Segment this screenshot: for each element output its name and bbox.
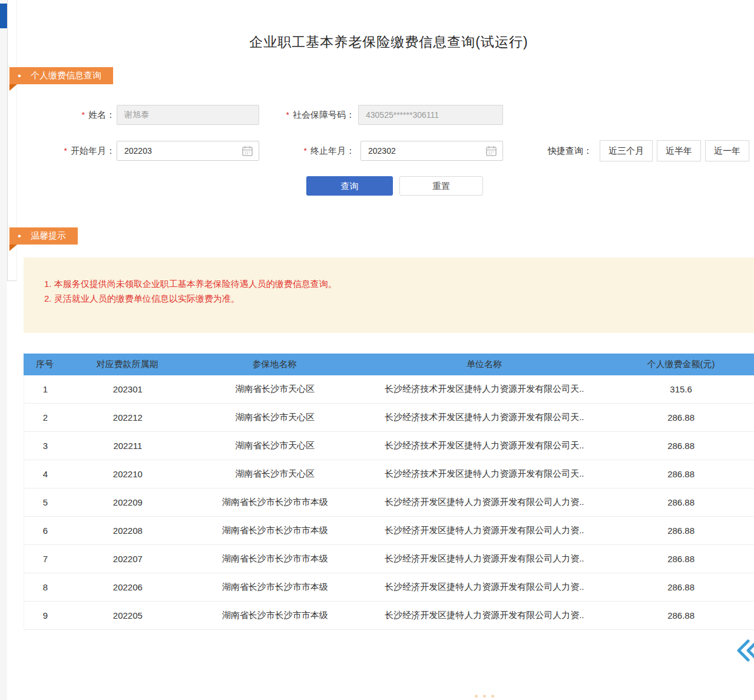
required-asterisk: * <box>304 146 307 156</box>
cell-amount: 286.88 <box>608 526 754 536</box>
end-month-label: *终止年月： <box>289 141 355 161</box>
cell-no: 7 <box>24 554 67 564</box>
start-month-label: *开始年月： <box>47 141 115 161</box>
name-label: *姓名： <box>47 105 115 125</box>
cell-area: 湖南省长沙市长沙市市本级 <box>189 582 361 593</box>
badge-fold <box>9 84 17 91</box>
table-row: 6202208湖南省长沙市长沙市市本级长沙经济开发区捷特人力资源开发有限公司人力… <box>24 517 754 545</box>
cell-area: 湖南省长沙市长沙市市本级 <box>189 610 361 621</box>
ssn-field[interactable] <box>358 105 503 125</box>
cell-company: 长沙经济开发区捷特人力资源开发有限公司人力资.. <box>361 610 609 621</box>
cell-company: 长沙经济技术开发区捷特人力资源开发有限公司天.. <box>361 468 609 480</box>
cell-no: 9 <box>24 610 67 620</box>
cell-company: 长沙经济开发区捷特人力资源开发有限公司人力资.. <box>361 525 609 536</box>
table-body: 1202301湖南省长沙市天心区长沙经济技术开发区捷特人力资源开发有限公司天..… <box>24 375 754 630</box>
table-row: 5202209湖南省长沙市长沙市市本级长沙经济开发区捷特人力资源开发有限公司人力… <box>24 488 754 517</box>
cell-amount: 315.6 <box>608 384 754 394</box>
cell-area: 湖南省长沙市长沙市市本级 <box>189 553 361 564</box>
reset-button[interactable]: 重置 <box>399 176 483 196</box>
cell-no: 3 <box>24 441 67 451</box>
cell-amount: 286.88 <box>608 441 754 451</box>
ssn-label: *社会保障号码： <box>265 105 355 125</box>
cell-period: 202206 <box>67 582 189 592</box>
results-table: 序号 对应费款所属期 参保地名称 单位名称 个人缴费金额(元) 1202301湖… <box>24 354 754 630</box>
section-badge-label: 温馨提示 <box>31 230 66 242</box>
cell-period: 202205 <box>67 610 189 620</box>
header-period: 对应费款所属期 <box>66 359 188 370</box>
cell-period: 202210 <box>67 469 189 479</box>
cell-company: 长沙经济技术开发区捷特人力资源开发有限公司天.. <box>361 440 609 451</box>
double-left-chevron-icon[interactable] <box>736 639 754 662</box>
cell-amount: 286.88 <box>608 582 754 592</box>
cell-company: 长沙经济开发区捷特人力资源开发有限公司人力资.. <box>361 497 609 508</box>
cell-area: 湖南省长沙市天心区 <box>189 440 361 451</box>
bullet-dot-icon: • <box>18 231 21 241</box>
cell-period: 202211 <box>67 441 189 451</box>
header-no: 序号 <box>24 359 66 370</box>
cell-no: 2 <box>24 412 67 422</box>
cell-period: 202212 <box>67 412 189 422</box>
cell-amount: 286.88 <box>608 610 754 620</box>
quick-btn-last-half-year[interactable]: 近半年 <box>657 140 701 161</box>
section-badge-tips: • 温馨提示 <box>9 227 78 245</box>
left-rail <box>0 0 7 700</box>
cell-no: 1 <box>24 384 67 394</box>
section-badge-personal-query: • 个人缴费信息查询 <box>9 67 113 84</box>
calendar-icon[interactable] <box>485 145 497 157</box>
table-row: 9202205湖南省长沙市长沙市市本级长沙经济开发区捷特人力资源开发有限公司人力… <box>24 602 754 630</box>
cell-period: 202207 <box>67 554 189 564</box>
table-row: 3202211湖南省长沙市天心区长沙经济技术开发区捷特人力资源开发有限公司天..… <box>24 432 754 460</box>
quick-btn-last-3-months[interactable]: 近三个月 <box>600 140 653 161</box>
header-amount: 个人缴费金额(元) <box>608 359 754 370</box>
badge-fold <box>9 245 17 251</box>
notice-line: 2. 灵活就业人员的缴费单位信息以实际缴费为准。 <box>44 291 742 306</box>
cell-area: 湖南省长沙市天心区 <box>189 384 361 395</box>
calendar-icon[interactable] <box>242 145 253 157</box>
cell-amount: 286.88 <box>608 554 754 564</box>
cell-period: 202209 <box>67 497 189 507</box>
start-month-field[interactable] <box>117 141 259 161</box>
required-asterisk: * <box>286 110 289 120</box>
cell-amount: 286.88 <box>608 469 754 479</box>
loading-dots <box>475 695 494 698</box>
header-area: 参保地名称 <box>188 359 361 370</box>
header-company: 单位名称 <box>361 359 608 370</box>
end-month-field[interactable] <box>361 141 503 161</box>
cell-no: 8 <box>24 582 67 592</box>
cell-area: 湖南省长沙市天心区 <box>189 468 361 480</box>
cell-no: 4 <box>24 469 67 479</box>
page-title: 企业职工基本养老保险缴费信息查询(试运行) <box>24 33 754 51</box>
cell-area: 湖南省长沙市天心区 <box>189 412 361 423</box>
cell-amount: 286.88 <box>608 412 754 422</box>
required-asterisk: * <box>82 110 85 120</box>
cell-amount: 286.88 <box>608 497 754 507</box>
notice-box: 1. 本服务仅提供尚未领取企业职工基本养老保险待遇人员的缴费信息查询。 2. 灵… <box>24 257 754 333</box>
cell-company: 长沙经济开发区捷特人力资源开发有限公司人力资.. <box>361 582 609 593</box>
cell-area: 湖南省长沙市长沙市市本级 <box>189 525 361 536</box>
table-header-row: 序号 对应费款所属期 参保地名称 单位名称 个人缴费金额(元) <box>24 354 754 375</box>
table-row: 1202301湖南省长沙市天心区长沙经济技术开发区捷特人力资源开发有限公司天..… <box>24 375 754 404</box>
bullet-dot-icon: • <box>18 71 21 81</box>
table-row: 8202206湖南省长沙市长沙市市本级长沙经济开发区捷特人力资源开发有限公司人力… <box>24 573 754 602</box>
table-row: 2202212湖南省长沙市天心区长沙经济技术开发区捷特人力资源开发有限公司天..… <box>24 404 754 432</box>
cell-company: 长沙经济开发区捷特人力资源开发有限公司人力资.. <box>361 553 609 564</box>
cell-company: 长沙经济技术开发区捷特人力资源开发有限公司天.. <box>361 384 609 395</box>
notice-line: 1. 本服务仅提供尚未领取企业职工基本养老保险待遇人员的缴费信息查询。 <box>44 276 742 291</box>
table-row: 4202210湖南省长沙市天心区长沙经济技术开发区捷特人力资源开发有限公司天..… <box>24 460 754 488</box>
table-row: 7202207湖南省长沙市长沙市市本级长沙经济开发区捷特人力资源开发有限公司人力… <box>24 545 754 573</box>
quick-btn-last-year[interactable]: 近一年 <box>705 140 749 161</box>
cell-no: 6 <box>24 526 67 536</box>
cell-period: 202208 <box>67 526 189 536</box>
quick-query-group: 近三个月 近半年 近一年 <box>600 140 749 161</box>
cell-no: 5 <box>24 497 67 507</box>
quick-query-label: 快捷查询： <box>548 140 592 161</box>
required-asterisk: * <box>64 146 67 156</box>
query-button[interactable]: 查询 <box>306 176 393 196</box>
cell-period: 202301 <box>67 384 189 394</box>
cell-company: 长沙经济技术开发区捷特人力资源开发有限公司天.. <box>361 412 609 423</box>
cell-area: 湖南省长沙市长沙市市本级 <box>189 497 361 508</box>
section-badge-label: 个人缴费信息查询 <box>31 70 101 81</box>
name-field[interactable] <box>117 105 259 125</box>
